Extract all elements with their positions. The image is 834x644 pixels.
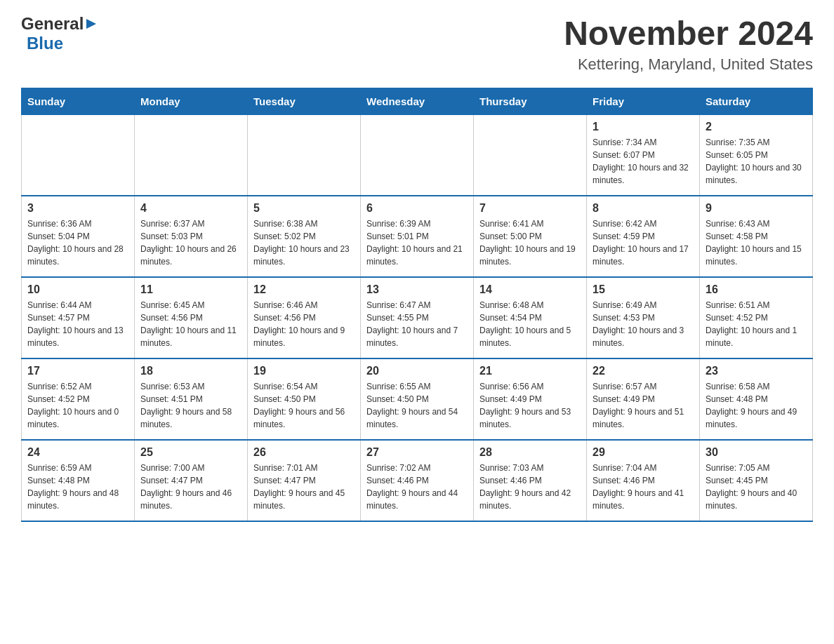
calendar-week-4: 24Sunrise: 6:59 AM Sunset: 4:48 PM Dayli… xyxy=(22,440,813,521)
day-number: 24 xyxy=(27,446,128,459)
day-number: 6 xyxy=(366,202,468,215)
day-info: Sunrise: 7:00 AM Sunset: 4:47 PM Dayligh… xyxy=(140,462,241,512)
calendar-cell: 8Sunrise: 6:42 AM Sunset: 4:59 PM Daylig… xyxy=(587,196,700,277)
day-info: Sunrise: 6:41 AM Sunset: 5:00 PM Dayligh… xyxy=(479,217,581,268)
day-number: 1 xyxy=(593,121,694,133)
calendar-cell: 10Sunrise: 6:44 AM Sunset: 4:57 PM Dayli… xyxy=(22,277,135,358)
day-number: 20 xyxy=(366,365,468,377)
day-info: Sunrise: 6:59 AM Sunset: 4:48 PM Dayligh… xyxy=(27,462,128,512)
page-subtitle: Kettering, Maryland, United States xyxy=(564,55,813,74)
day-number: 15 xyxy=(593,283,694,296)
day-number: 10 xyxy=(27,283,128,296)
calendar-week-2: 10Sunrise: 6:44 AM Sunset: 4:57 PM Dayli… xyxy=(22,277,813,358)
day-info: Sunrise: 7:35 AM Sunset: 6:05 PM Dayligh… xyxy=(706,136,807,187)
calendar-cell: 28Sunrise: 7:03 AM Sunset: 4:46 PM Dayli… xyxy=(474,440,587,521)
calendar-header-row: SundayMondayTuesdayWednesdayThursdayFrid… xyxy=(22,88,813,115)
weekday-header-friday: Friday xyxy=(587,88,700,115)
calendar-cell: 18Sunrise: 6:53 AM Sunset: 4:51 PM Dayli… xyxy=(135,358,248,440)
day-number: 18 xyxy=(140,365,241,377)
logo-triangle-icon xyxy=(85,18,98,30)
day-number: 9 xyxy=(706,202,807,215)
day-info: Sunrise: 7:02 AM Sunset: 4:46 PM Dayligh… xyxy=(366,462,468,512)
day-info: Sunrise: 6:48 AM Sunset: 4:54 PM Dayligh… xyxy=(479,299,581,349)
day-number: 12 xyxy=(253,283,355,296)
calendar-cell: 17Sunrise: 6:52 AM Sunset: 4:52 PM Dayli… xyxy=(22,358,135,440)
calendar-cell: 15Sunrise: 6:49 AM Sunset: 4:53 PM Dayli… xyxy=(587,277,700,358)
page-header: General Blue November 2024 Kettering, Ma… xyxy=(21,14,813,74)
calendar-cell: 30Sunrise: 7:05 AM Sunset: 4:45 PM Dayli… xyxy=(700,440,813,521)
weekday-header-tuesday: Tuesday xyxy=(248,88,361,115)
day-number: 7 xyxy=(479,202,581,215)
calendar-cell: 13Sunrise: 6:47 AM Sunset: 4:55 PM Dayli… xyxy=(361,277,474,358)
logo-general-text: General xyxy=(21,14,84,34)
calendar-cell: 3Sunrise: 6:36 AM Sunset: 5:04 PM Daylig… xyxy=(22,196,135,277)
logo: General Blue xyxy=(21,14,98,53)
day-info: Sunrise: 6:45 AM Sunset: 4:56 PM Dayligh… xyxy=(140,299,241,349)
day-info: Sunrise: 6:52 AM Sunset: 4:52 PM Dayligh… xyxy=(27,380,128,431)
calendar-cell: 25Sunrise: 7:00 AM Sunset: 4:47 PM Dayli… xyxy=(135,440,248,521)
day-info: Sunrise: 6:49 AM Sunset: 4:53 PM Dayligh… xyxy=(593,299,694,349)
calendar-cell: 19Sunrise: 6:54 AM Sunset: 4:50 PM Dayli… xyxy=(248,358,361,440)
day-number: 30 xyxy=(706,446,807,459)
day-number: 11 xyxy=(140,283,241,296)
weekday-header-thursday: Thursday xyxy=(474,88,587,115)
day-info: Sunrise: 6:37 AM Sunset: 5:03 PM Dayligh… xyxy=(140,217,241,268)
day-info: Sunrise: 6:47 AM Sunset: 4:55 PM Dayligh… xyxy=(366,299,468,349)
day-number: 14 xyxy=(479,283,581,296)
day-info: Sunrise: 6:43 AM Sunset: 4:58 PM Dayligh… xyxy=(706,217,807,268)
weekday-header-wednesday: Wednesday xyxy=(361,88,474,115)
calendar-cell xyxy=(22,115,135,196)
calendar-cell: 23Sunrise: 6:58 AM Sunset: 4:48 PM Dayli… xyxy=(700,358,813,440)
day-number: 2 xyxy=(706,121,807,133)
day-number: 8 xyxy=(593,202,694,215)
day-number: 17 xyxy=(27,365,128,377)
weekday-header-saturday: Saturday xyxy=(700,88,813,115)
day-info: Sunrise: 6:53 AM Sunset: 4:51 PM Dayligh… xyxy=(140,380,241,431)
day-info: Sunrise: 7:01 AM Sunset: 4:47 PM Dayligh… xyxy=(253,462,355,512)
day-info: Sunrise: 6:58 AM Sunset: 4:48 PM Dayligh… xyxy=(706,380,807,431)
calendar-cell: 27Sunrise: 7:02 AM Sunset: 4:46 PM Dayli… xyxy=(361,440,474,521)
day-info: Sunrise: 6:55 AM Sunset: 4:50 PM Dayligh… xyxy=(366,380,468,431)
day-info: Sunrise: 7:03 AM Sunset: 4:46 PM Dayligh… xyxy=(479,462,581,512)
day-info: Sunrise: 6:42 AM Sunset: 4:59 PM Dayligh… xyxy=(593,217,694,268)
calendar-cell: 20Sunrise: 6:55 AM Sunset: 4:50 PM Dayli… xyxy=(361,358,474,440)
calendar-cell xyxy=(361,115,474,196)
day-number: 28 xyxy=(479,446,581,459)
day-number: 13 xyxy=(366,283,468,296)
day-info: Sunrise: 7:04 AM Sunset: 4:46 PM Dayligh… xyxy=(593,462,694,512)
day-number: 23 xyxy=(706,365,807,377)
day-info: Sunrise: 6:46 AM Sunset: 4:56 PM Dayligh… xyxy=(253,299,355,349)
day-info: Sunrise: 6:36 AM Sunset: 5:04 PM Dayligh… xyxy=(27,217,128,268)
page-title: November 2024 xyxy=(564,14,813,53)
day-number: 22 xyxy=(593,365,694,377)
calendar-cell: 1Sunrise: 7:34 AM Sunset: 6:07 PM Daylig… xyxy=(587,115,700,196)
calendar-cell: 29Sunrise: 7:04 AM Sunset: 4:46 PM Dayli… xyxy=(587,440,700,521)
day-info: Sunrise: 7:05 AM Sunset: 4:45 PM Dayligh… xyxy=(706,462,807,512)
day-info: Sunrise: 6:38 AM Sunset: 5:02 PM Dayligh… xyxy=(253,217,355,268)
day-number: 19 xyxy=(253,365,355,377)
calendar-cell: 14Sunrise: 6:48 AM Sunset: 4:54 PM Dayli… xyxy=(474,277,587,358)
calendar-cell: 22Sunrise: 6:57 AM Sunset: 4:49 PM Dayli… xyxy=(587,358,700,440)
day-number: 26 xyxy=(253,446,355,459)
day-info: Sunrise: 6:44 AM Sunset: 4:57 PM Dayligh… xyxy=(27,299,128,349)
weekday-header-monday: Monday xyxy=(135,88,248,115)
day-info: Sunrise: 6:56 AM Sunset: 4:49 PM Dayligh… xyxy=(479,380,581,431)
calendar-week-1: 3Sunrise: 6:36 AM Sunset: 5:04 PM Daylig… xyxy=(22,196,813,277)
day-number: 27 xyxy=(366,446,468,459)
calendar-cell: 21Sunrise: 6:56 AM Sunset: 4:49 PM Dayli… xyxy=(474,358,587,440)
calendar-cell: 4Sunrise: 6:37 AM Sunset: 5:03 PM Daylig… xyxy=(135,196,248,277)
calendar-cell: 11Sunrise: 6:45 AM Sunset: 4:56 PM Dayli… xyxy=(135,277,248,358)
day-number: 25 xyxy=(140,446,241,459)
calendar-cell: 9Sunrise: 6:43 AM Sunset: 4:58 PM Daylig… xyxy=(700,196,813,277)
day-number: 5 xyxy=(253,202,355,215)
calendar-table: SundayMondayTuesdayWednesdayThursdayFrid… xyxy=(21,88,813,522)
day-info: Sunrise: 6:57 AM Sunset: 4:49 PM Dayligh… xyxy=(593,380,694,431)
title-section: November 2024 Kettering, Maryland, Unite… xyxy=(564,14,813,74)
day-number: 4 xyxy=(140,202,241,215)
weekday-header-sunday: Sunday xyxy=(22,88,135,115)
calendar-cell: 7Sunrise: 6:41 AM Sunset: 5:00 PM Daylig… xyxy=(474,196,587,277)
day-info: Sunrise: 6:51 AM Sunset: 4:52 PM Dayligh… xyxy=(706,299,807,349)
svg-marker-0 xyxy=(86,19,96,29)
calendar-cell: 24Sunrise: 6:59 AM Sunset: 4:48 PM Dayli… xyxy=(22,440,135,521)
calendar-cell: 6Sunrise: 6:39 AM Sunset: 5:01 PM Daylig… xyxy=(361,196,474,277)
